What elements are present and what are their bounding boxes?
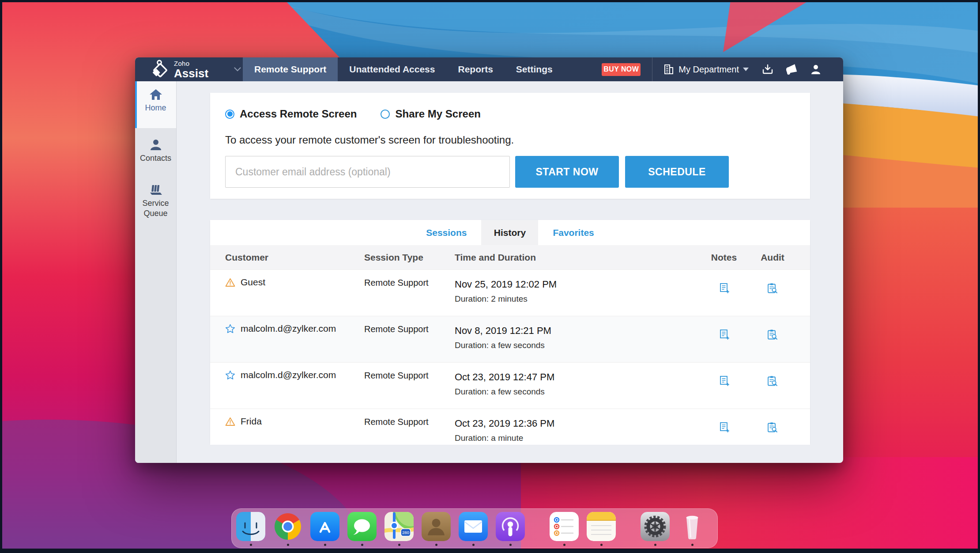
tab-sessions[interactable]: Sessions	[418, 220, 474, 245]
dock-app-podcasts[interactable]	[496, 512, 525, 546]
table-row[interactable]: malcolm.d@zylker.com Remote Support Oct …	[210, 362, 810, 409]
time-cell: Oct 23, 2019 12:47 PM Duration: a few se…	[455, 370, 700, 397]
customer-cell: malcolm.d@zylker.com	[225, 370, 364, 380]
contacts-icon	[149, 139, 162, 151]
audit-icon[interactable]	[766, 421, 779, 434]
running-indicator	[600, 544, 603, 546]
brand-text: Zoho Assist	[174, 60, 208, 79]
session-duration: Duration: 2 minutes	[455, 294, 700, 304]
reminders-icon	[550, 512, 579, 541]
running-indicator	[509, 544, 512, 546]
messages-icon	[347, 512, 377, 541]
session-duration: Duration: a few seconds	[455, 341, 700, 350]
audit-icon[interactable]	[766, 375, 779, 387]
dock-app-system-preferences[interactable]	[641, 512, 670, 546]
system-preferences-icon	[641, 512, 670, 541]
nav-tab-settings[interactable]: Settings	[505, 57, 564, 81]
sidebar-item-label: Home	[135, 103, 176, 113]
running-indicator	[398, 544, 400, 546]
running-indicator	[654, 544, 656, 546]
radio-unselected-icon[interactable]	[381, 110, 390, 119]
navbar-icon-group	[762, 63, 821, 76]
table-row[interactable]: Guest Remote Support Nov 25, 2019 12:02 …	[210, 269, 810, 316]
add-note-icon[interactable]	[718, 421, 730, 433]
table-row[interactable]: malcolm.d@zylker.com Remote Support Nov …	[210, 316, 810, 362]
radio-share-my-screen[interactable]: Share My Screen	[381, 108, 480, 120]
start-now-button[interactable]: START NOW	[515, 156, 619, 188]
main-content: Access Remote Screen Share My Screen To …	[177, 81, 843, 463]
dock-app-mail[interactable]	[459, 512, 488, 546]
trash-icon	[678, 512, 707, 541]
dock-app-finder[interactable]	[236, 512, 265, 546]
chevron-down-icon[interactable]	[234, 67, 241, 72]
radio-selected-icon[interactable]	[225, 110, 234, 119]
radio-label: Access Remote Screen	[240, 108, 357, 120]
sidebar-item-service-queue[interactable]: Service Queue	[135, 167, 176, 218]
user-profile-icon[interactable]	[810, 64, 821, 75]
sidebar-item-contacts[interactable]: Contacts	[135, 128, 176, 167]
desktop: Zoho Assist Remote Support Unattended Ac…	[0, 0, 980, 553]
audit-cell	[748, 277, 797, 296]
zoho-assist-window: Zoho Assist Remote Support Unattended Ac…	[135, 57, 843, 463]
organization-icon	[663, 64, 675, 75]
department-selector[interactable]: My Department	[663, 64, 749, 75]
tab-favorites[interactable]: Favorites	[545, 220, 601, 245]
radio-label: Share My Screen	[395, 108, 480, 120]
column-header-customer: Customer	[225, 252, 364, 263]
running-indicator	[563, 544, 565, 546]
column-header-audit: Audit	[748, 252, 797, 263]
favorite-star-icon	[225, 370, 235, 380]
sessions-history-panel: Sessions History Favorites Customer Sess…	[210, 220, 810, 444]
add-note-icon[interactable]	[718, 282, 730, 294]
time-cell: Oct 23, 2019 12:36 PM Duration: a minute	[455, 416, 700, 443]
session-description: To access your remote customer's screen …	[225, 134, 810, 146]
dock-app-reminders[interactable]	[550, 512, 579, 546]
brand-logo[interactable]: Zoho Assist	[135, 57, 243, 81]
dock-app-maps[interactable]: 280	[384, 512, 414, 546]
customer-name: malcolm.d@zylker.com	[241, 323, 336, 334]
tab-history[interactable]: History	[481, 220, 538, 245]
running-indicator	[435, 544, 437, 546]
announcement-icon[interactable]	[785, 63, 799, 76]
customer-email-input[interactable]	[225, 156, 510, 188]
download-icon[interactable]	[762, 64, 773, 75]
running-indicator	[250, 544, 252, 546]
session-time: Nov 25, 2019 12:02 PM	[455, 277, 700, 290]
session-start-row: START NOW SCHEDULE	[225, 156, 810, 188]
left-sidebar: Home Contacts Service Qu	[135, 81, 177, 463]
schedule-button[interactable]: SCHEDULE	[625, 156, 729, 188]
audit-cell	[748, 370, 797, 389]
audit-icon[interactable]	[766, 282, 779, 295]
notes-cell	[700, 277, 748, 296]
navbar-right: BUY NOW My Department	[602, 57, 843, 81]
caret-down-icon	[743, 68, 749, 71]
audit-icon[interactable]	[766, 329, 779, 341]
podcasts-icon	[496, 512, 525, 541]
dock-app-chrome[interactable]	[273, 512, 302, 546]
running-indicator	[287, 544, 289, 546]
nav-tab-remote-support[interactable]: Remote Support	[243, 57, 338, 81]
running-indicator	[361, 544, 363, 546]
dock-app-notes[interactable]	[587, 512, 616, 546]
chrome-icon	[273, 512, 302, 541]
table-row[interactable]: Frida Remote Support Oct 23, 2019 12:36 …	[210, 409, 810, 445]
service-queue-icon	[149, 184, 163, 196]
maps-route-badge: 280	[402, 530, 409, 535]
sidebar-item-home[interactable]: Home	[135, 81, 176, 128]
running-indicator	[691, 544, 694, 546]
dock-app-trash[interactable]	[678, 512, 707, 546]
add-note-icon[interactable]	[718, 375, 730, 387]
finder-icon	[236, 512, 265, 541]
buy-now-button[interactable]: BUY NOW	[602, 63, 641, 76]
app-store-icon	[310, 512, 339, 541]
add-note-icon[interactable]	[718, 329, 730, 341]
nav-tab-unattended-access[interactable]: Unattended Access	[338, 57, 446, 81]
nav-tab-reports[interactable]: Reports	[446, 57, 504, 81]
radio-access-remote-screen[interactable]: Access Remote Screen	[225, 108, 357, 120]
dock-app-messages[interactable]	[347, 512, 377, 546]
session-mode-radios: Access Remote Screen Share My Screen	[225, 108, 810, 120]
navbar-divider	[652, 57, 652, 81]
customer-name: Guest	[241, 277, 265, 288]
dock-app-appstore[interactable]	[310, 512, 339, 546]
dock-app-contacts[interactable]	[422, 512, 451, 546]
